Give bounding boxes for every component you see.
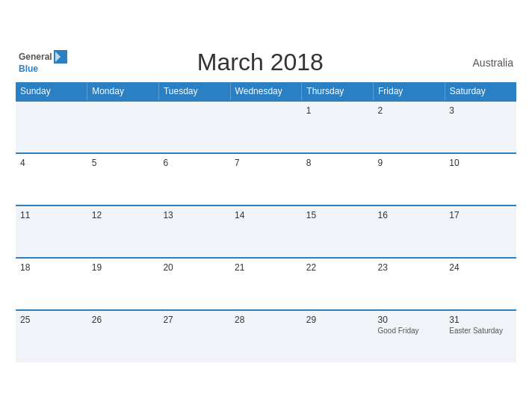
calendar-cell: 3 xyxy=(445,101,516,153)
calendar-week-row: 123 xyxy=(16,101,516,153)
col-tuesday: Tuesday xyxy=(158,82,230,101)
calendar-cell: 20 xyxy=(158,258,230,310)
calendar-cell xyxy=(87,101,159,153)
col-thursday: Thursday xyxy=(302,82,374,101)
calendar-country: Australia xyxy=(454,57,513,69)
day-number: 8 xyxy=(306,158,369,168)
calendar-cell: 29 xyxy=(302,310,374,362)
calendar-container: General Blue March 2018 Australia Sunday… xyxy=(8,41,524,370)
day-number: 14 xyxy=(235,210,297,220)
day-number: 13 xyxy=(163,210,226,220)
day-number: 9 xyxy=(378,158,441,168)
calendar-cell: 1 xyxy=(302,101,374,153)
day-number: 3 xyxy=(449,105,512,116)
calendar-week-row: 252627282930Good Friday31Easter Saturday xyxy=(16,310,516,362)
calendar-cell: 13 xyxy=(158,206,230,258)
day-number: 31 xyxy=(449,315,512,325)
calendar-week-row: 18192021222324 xyxy=(16,258,516,310)
day-number: 2 xyxy=(378,105,441,116)
calendar-cell: 26 xyxy=(87,310,159,362)
calendar-cell xyxy=(16,101,87,153)
day-number: 16 xyxy=(378,210,441,220)
calendar-cell: 31Easter Saturday xyxy=(445,310,516,362)
day-number: 19 xyxy=(92,262,155,273)
calendar-header-row: Sunday Monday Tuesday Wednesday Thursday… xyxy=(16,82,516,101)
logo-flag-icon xyxy=(54,50,67,64)
day-number: 7 xyxy=(235,158,297,168)
calendar-cell: 28 xyxy=(230,310,302,362)
col-sunday: Sunday xyxy=(16,82,87,101)
calendar-cell: 11 xyxy=(16,206,87,258)
calendar-body: 1234567891011121314151617181920212223242… xyxy=(16,101,516,362)
day-number: 27 xyxy=(163,315,226,325)
day-number: 18 xyxy=(20,262,83,273)
day-number: 21 xyxy=(235,262,297,273)
day-number: 1 xyxy=(306,105,369,116)
calendar-week-row: 45678910 xyxy=(16,153,516,206)
day-number: 20 xyxy=(163,262,226,273)
logo: General Blue xyxy=(19,50,67,74)
calendar-cell: 7 xyxy=(230,153,302,206)
calendar-cell: 8 xyxy=(302,153,374,206)
calendar-cell: 19 xyxy=(87,258,159,310)
day-number: 29 xyxy=(306,315,369,325)
calendar-cell: 24 xyxy=(445,258,516,310)
calendar-cell: 15 xyxy=(302,206,374,258)
calendar-cell: 18 xyxy=(16,258,87,310)
calendar-table: Sunday Monday Tuesday Wednesday Thursday… xyxy=(16,82,516,362)
calendar-cell: 27 xyxy=(158,310,230,362)
calendar-cell: 25 xyxy=(16,310,87,362)
day-number: 23 xyxy=(378,262,441,273)
col-saturday: Saturday xyxy=(445,82,516,101)
day-number: 26 xyxy=(92,315,155,325)
day-number: 12 xyxy=(92,210,155,220)
day-number: 4 xyxy=(20,158,83,168)
calendar-cell: 30Good Friday xyxy=(374,310,445,362)
day-number: 30 xyxy=(378,315,441,325)
calendar-cell: 21 xyxy=(230,258,302,310)
calendar-cell: 23 xyxy=(374,258,445,310)
day-number: 24 xyxy=(449,262,512,273)
calendar-cell: 10 xyxy=(445,153,516,206)
calendar-cell: 16 xyxy=(374,206,445,258)
day-number: 11 xyxy=(20,210,83,220)
day-number: 28 xyxy=(235,315,297,325)
holiday-label: Good Friday xyxy=(378,327,441,335)
col-wednesday: Wednesday xyxy=(230,82,302,101)
calendar-cell xyxy=(158,101,230,153)
logo-general-text: General xyxy=(19,52,52,62)
calendar-cell xyxy=(230,101,302,153)
calendar-cell: 17 xyxy=(445,206,516,258)
day-number: 10 xyxy=(449,158,512,168)
day-number: 6 xyxy=(163,158,226,168)
day-number: 22 xyxy=(306,262,369,273)
calendar-cell: 2 xyxy=(374,101,445,153)
calendar-header: General Blue March 2018 Australia xyxy=(16,49,516,76)
calendar-week-row: 11121314151617 xyxy=(16,206,516,258)
calendar-cell: 6 xyxy=(158,153,230,206)
day-number: 25 xyxy=(20,315,83,325)
holiday-label: Easter Saturday xyxy=(449,327,512,335)
day-number: 17 xyxy=(449,210,512,220)
calendar-cell: 9 xyxy=(374,153,445,206)
calendar-cell: 4 xyxy=(16,153,87,206)
calendar-cell: 12 xyxy=(87,206,159,258)
day-number: 5 xyxy=(92,158,155,168)
logo-blue-text: Blue xyxy=(19,64,67,74)
col-friday: Friday xyxy=(374,82,445,101)
calendar-cell: 22 xyxy=(302,258,374,310)
calendar-cell: 14 xyxy=(230,206,302,258)
calendar-cell: 5 xyxy=(87,153,159,206)
col-monday: Monday xyxy=(87,82,159,101)
day-number: 15 xyxy=(306,210,369,220)
calendar-title: March 2018 xyxy=(67,49,454,76)
